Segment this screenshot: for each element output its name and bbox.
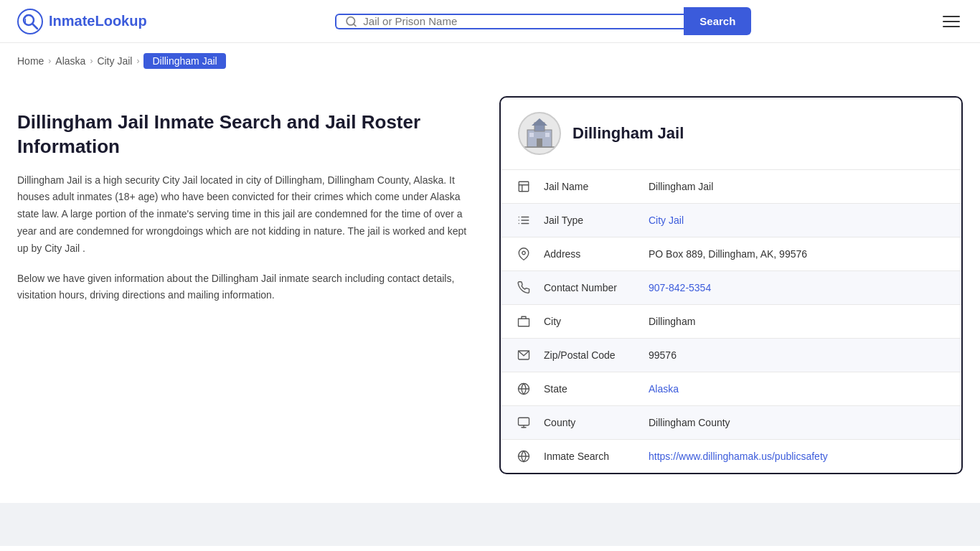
breadcrumb: Home › Alaska › City Jail › Dillingham J… [0,43,980,79]
page-description-1: Dillingham Jail is a high security City … [17,172,476,258]
inmate-search-value[interactable]: https://www.dillinghamak.us/publicsafety [649,451,828,462]
jail-type-label: Jail Type [544,215,637,226]
menu-button[interactable] [940,13,963,30]
county-icon [515,416,532,429]
svg-rect-27 [519,418,529,425]
building-avatar-icon [522,116,557,151]
globe-icon [515,382,532,395]
svg-point-22 [522,251,526,255]
table-row: Jail Name Dillingham Jail [501,170,961,204]
search-input-wrapper [335,14,684,29]
county-label: County [544,417,637,428]
page-title: Dillingham Jail Inmate Search and Jail R… [17,110,476,159]
building-icon [515,180,532,193]
table-row: County Dillingham County [501,406,961,440]
info-card-title: Dillingham Jail [573,124,684,143]
table-row: Jail Type City Jail [501,204,961,237]
logo-text: InmateLookup [49,13,147,29]
info-card-header: Dillingham Jail [501,98,961,170]
city-icon [515,315,532,328]
chevron-icon-2: › [90,56,93,66]
svg-rect-11 [545,133,550,137]
county-value: Dillingham County [649,417,730,428]
logo-icon: i [17,9,43,34]
jail-type-value[interactable]: City Jail [649,215,684,226]
table-row: City Dillingham [501,305,961,339]
search-bar: Search [335,7,751,35]
mail-icon [515,349,532,362]
logo[interactable]: i InmateLookup [17,9,147,34]
contact-label: Contact Number [544,282,637,293]
address-value: PO Box 889, Dillingham, AK, 99576 [649,248,807,260]
info-rows: Jail Name Dillingham Jail Jail Type City… [501,170,961,473]
search-button[interactable]: Search [684,7,751,35]
chevron-icon-3: › [136,56,139,66]
city-value: Dillingham [649,316,695,327]
breadcrumb-alaska[interactable]: Alaska [55,55,85,67]
location-icon [515,248,532,260]
phone-icon [515,281,532,294]
svg-rect-13 [519,182,529,192]
main-content: Dillingham Jail Inmate Search and Jail R… [0,79,980,503]
breadcrumb-home[interactable]: Home [17,55,44,67]
right-column: Dillingham Jail Jail Name Dillingham Jai… [499,96,963,474]
table-row: Contact Number 907-842-5354 [501,271,961,305]
search-icon [345,15,357,28]
inmate-search-link[interactable]: https://www.dillinghamak.us/publicsafety [649,451,828,462]
zip-value: 99576 [649,349,677,361]
svg-rect-9 [537,138,542,147]
chevron-icon-1: › [48,56,51,66]
svg-rect-23 [519,319,529,326]
hamburger-line-1 [943,16,960,17]
table-row: State Alaska [501,372,961,406]
breadcrumb-city-jail[interactable]: City Jail [97,55,132,67]
address-label: Address [544,248,637,260]
left-column: Dillingham Jail Inmate Search and Jail R… [17,96,476,474]
jail-avatar [518,112,561,155]
state-label: State [544,383,637,395]
jail-name-label: Jail Name [544,181,637,192]
footer [0,503,980,546]
table-row: Inmate Search https://www.dillinghamak.u… [501,440,961,473]
list-icon [515,214,532,227]
web-icon [515,450,532,463]
svg-text:i: i [24,17,27,24]
table-row: Address PO Box 889, Dillingham, AK, 9957… [501,237,961,271]
site-header: i InmateLookup Search [0,0,980,43]
city-label: City [544,316,637,327]
hamburger-line-2 [943,21,960,22]
breadcrumb-current: Dillingham Jail [143,53,225,69]
contact-value[interactable]: 907-842-5354 [649,282,711,293]
info-card: Dillingham Jail Jail Name Dillingham Jai… [499,96,963,474]
state-value[interactable]: Alaska [649,383,679,395]
zip-label: Zip/Postal Code [544,349,637,361]
svg-point-0 [18,9,42,34]
jail-type-link[interactable]: City Jail [649,215,684,226]
jail-name-value: Dillingham Jail [649,181,713,192]
inmate-search-label: Inmate Search [544,451,637,462]
hamburger-line-3 [943,26,960,27]
svg-line-5 [354,24,356,26]
state-link[interactable]: Alaska [649,383,679,395]
contact-link[interactable]: 907-842-5354 [649,282,711,293]
page-description-2: Below we have given information about th… [17,270,476,305]
svg-marker-8 [532,118,547,126]
search-input[interactable] [363,15,675,27]
svg-rect-10 [529,133,534,137]
table-row: Zip/Postal Code 99576 [501,339,961,372]
